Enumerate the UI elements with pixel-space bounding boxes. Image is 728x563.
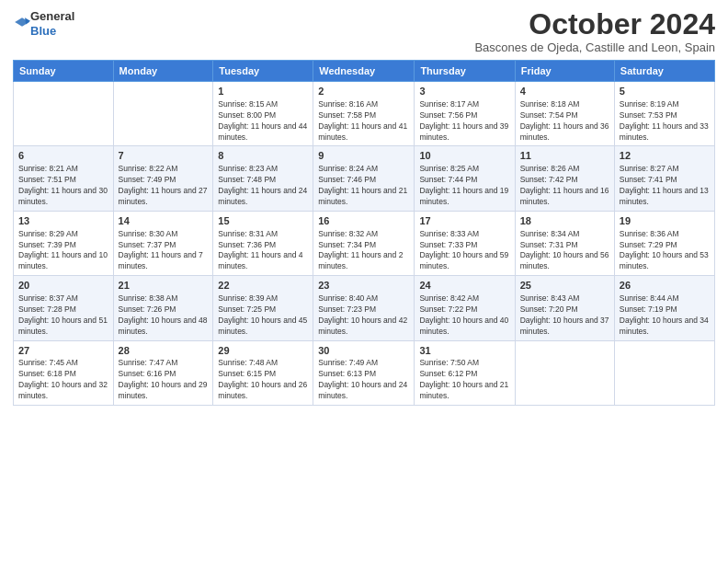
day-info: Sunrise: 8:34 AMSunset: 7:31 PMDaylight:… <box>520 229 609 273</box>
month-title: October 2024 <box>474 9 715 39</box>
day-info: Sunrise: 7:50 AMSunset: 6:12 PMDaylight:… <box>419 358 509 402</box>
day-info: Sunrise: 7:49 AMSunset: 6:13 PMDaylight:… <box>318 358 409 402</box>
calendar-cell: 10Sunrise: 8:25 AMSunset: 7:44 PMDayligh… <box>415 146 515 211</box>
calendar-cell: 1Sunrise: 8:15 AMSunset: 8:00 PMDaylight… <box>213 82 313 146</box>
calendar-cell: 19Sunrise: 8:36 AMSunset: 7:29 PMDayligh… <box>614 211 714 275</box>
calendar-cell: 30Sunrise: 7:49 AMSunset: 6:13 PMDayligh… <box>313 340 415 405</box>
day-number: 25 <box>520 279 609 293</box>
calendar-cell: 23Sunrise: 8:40 AMSunset: 7:23 PMDayligh… <box>313 276 415 340</box>
day-info: Sunrise: 8:39 AMSunset: 7:25 PMDaylight:… <box>218 293 308 338</box>
day-info: Sunrise: 8:18 AMSunset: 7:54 PMDaylight:… <box>520 99 609 144</box>
day-number: 1 <box>218 85 308 98</box>
calendar-cell: 25Sunrise: 8:43 AMSunset: 7:20 PMDayligh… <box>515 276 614 340</box>
calendar-cell: 16Sunrise: 8:32 AMSunset: 7:34 PMDayligh… <box>313 211 415 275</box>
day-number: 14 <box>119 214 209 228</box>
calendar-cell: 21Sunrise: 8:38 AMSunset: 7:26 PMDayligh… <box>113 276 213 340</box>
day-info: Sunrise: 8:15 AMSunset: 8:00 PMDaylight:… <box>218 99 308 144</box>
calendar-cell: 15Sunrise: 8:31 AMSunset: 7:36 PMDayligh… <box>213 211 313 275</box>
day-info: Sunrise: 8:37 AMSunset: 7:28 PMDaylight:… <box>18 293 108 338</box>
day-number: 7 <box>119 149 209 163</box>
day-header-monday: Monday <box>113 61 213 82</box>
day-number: 26 <box>620 279 710 293</box>
day-number: 10 <box>419 149 509 163</box>
day-number: 29 <box>218 344 308 358</box>
day-number: 19 <box>620 214 710 228</box>
logo-text: General Blue <box>30 9 74 38</box>
day-number: 11 <box>520 149 609 163</box>
calendar-cell: 27Sunrise: 7:45 AMSunset: 6:18 PMDayligh… <box>14 340 114 405</box>
calendar-cell <box>113 82 213 146</box>
calendar-cell: 7Sunrise: 8:22 AMSunset: 7:49 PMDaylight… <box>113 146 213 211</box>
page: General Blue October 2024 Bascones de Oj… <box>0 0 728 563</box>
calendar-cell: 6Sunrise: 8:21 AMSunset: 7:51 PMDaylight… <box>14 146 114 211</box>
day-info: Sunrise: 8:38 AMSunset: 7:26 PMDaylight:… <box>119 293 209 338</box>
day-number: 3 <box>419 85 509 98</box>
calendar-cell: 14Sunrise: 8:30 AMSunset: 7:37 PMDayligh… <box>113 211 213 275</box>
day-info: Sunrise: 8:29 AMSunset: 7:39 PMDaylight:… <box>18 229 108 273</box>
day-number: 31 <box>419 344 509 358</box>
day-number: 20 <box>18 279 108 293</box>
day-number: 23 <box>318 279 409 293</box>
day-info: Sunrise: 8:22 AMSunset: 7:49 PMDaylight:… <box>119 164 209 208</box>
calendar-cell: 2Sunrise: 8:16 AMSunset: 7:58 PMDaylight… <box>313 82 415 146</box>
day-number: 15 <box>218 214 308 228</box>
day-number: 5 <box>620 85 710 98</box>
calendar-table: SundayMondayTuesdayWednesdayThursdayFrid… <box>13 60 715 406</box>
day-header-wednesday: Wednesday <box>313 61 415 82</box>
calendar-week-row: 20Sunrise: 8:37 AMSunset: 7:28 PMDayligh… <box>14 276 715 340</box>
calendar-cell: 11Sunrise: 8:26 AMSunset: 7:42 PMDayligh… <box>515 146 614 211</box>
day-info: Sunrise: 7:45 AMSunset: 6:18 PMDaylight:… <box>18 358 108 402</box>
day-number: 6 <box>18 149 108 163</box>
day-number: 12 <box>620 149 710 163</box>
day-number: 18 <box>520 214 609 228</box>
day-number: 24 <box>419 279 509 293</box>
logo-general-text: General <box>30 9 74 23</box>
calendar-cell: 18Sunrise: 8:34 AMSunset: 7:31 PMDayligh… <box>515 211 614 275</box>
calendar-cell: 24Sunrise: 8:42 AMSunset: 7:22 PMDayligh… <box>415 276 515 340</box>
day-info: Sunrise: 8:26 AMSunset: 7:42 PMDaylight:… <box>520 164 609 208</box>
calendar-week-row: 13Sunrise: 8:29 AMSunset: 7:39 PMDayligh… <box>14 211 715 275</box>
calendar-cell: 20Sunrise: 8:37 AMSunset: 7:28 PMDayligh… <box>14 276 114 340</box>
logo: General Blue <box>13 9 74 38</box>
day-info: Sunrise: 7:48 AMSunset: 6:15 PMDaylight:… <box>218 358 308 402</box>
logo-blue-text: Blue <box>30 24 56 38</box>
calendar-header-row: SundayMondayTuesdayWednesdayThursdayFrid… <box>14 61 715 82</box>
calendar-cell: 8Sunrise: 8:23 AMSunset: 7:48 PMDaylight… <box>213 146 313 211</box>
day-info: Sunrise: 8:42 AMSunset: 7:22 PMDaylight:… <box>419 293 509 338</box>
day-number: 21 <box>119 279 209 293</box>
calendar-cell: 29Sunrise: 7:48 AMSunset: 6:15 PMDayligh… <box>213 340 313 405</box>
day-header-friday: Friday <box>515 61 614 82</box>
day-header-thursday: Thursday <box>415 61 515 82</box>
day-number: 28 <box>119 344 209 358</box>
title-section: October 2024 Bascones de Ojeda, Castille… <box>474 9 715 54</box>
day-number: 4 <box>520 85 609 98</box>
day-number: 9 <box>318 149 409 163</box>
calendar-cell: 12Sunrise: 8:27 AMSunset: 7:41 PMDayligh… <box>614 146 714 211</box>
day-info: Sunrise: 8:16 AMSunset: 7:58 PMDaylight:… <box>318 99 409 144</box>
day-info: Sunrise: 8:27 AMSunset: 7:41 PMDaylight:… <box>620 164 710 208</box>
day-info: Sunrise: 8:30 AMSunset: 7:37 PMDaylight:… <box>119 229 209 273</box>
day-info: Sunrise: 8:33 AMSunset: 7:33 PMDaylight:… <box>419 229 509 273</box>
calendar-cell: 31Sunrise: 7:50 AMSunset: 6:12 PMDayligh… <box>415 340 515 405</box>
day-info: Sunrise: 8:36 AMSunset: 7:29 PMDaylight:… <box>620 229 710 273</box>
calendar-cell: 3Sunrise: 8:17 AMSunset: 7:56 PMDaylight… <box>415 82 515 146</box>
day-info: Sunrise: 8:43 AMSunset: 7:20 PMDaylight:… <box>520 293 609 338</box>
day-header-sunday: Sunday <box>14 61 114 82</box>
calendar-cell <box>515 340 614 405</box>
day-number: 8 <box>218 149 308 163</box>
day-number: 16 <box>318 214 409 228</box>
day-number: 17 <box>419 214 509 228</box>
day-header-tuesday: Tuesday <box>213 61 313 82</box>
calendar-cell: 9Sunrise: 8:24 AMSunset: 7:46 PMDaylight… <box>313 146 415 211</box>
header: General Blue October 2024 Bascones de Oj… <box>13 9 715 54</box>
calendar-week-row: 6Sunrise: 8:21 AMSunset: 7:51 PMDaylight… <box>14 146 715 211</box>
calendar-cell: 26Sunrise: 8:44 AMSunset: 7:19 PMDayligh… <box>614 276 714 340</box>
calendar-cell: 17Sunrise: 8:33 AMSunset: 7:33 PMDayligh… <box>415 211 515 275</box>
day-info: Sunrise: 8:24 AMSunset: 7:46 PMDaylight:… <box>318 164 409 208</box>
day-info: Sunrise: 7:47 AMSunset: 6:16 PMDaylight:… <box>119 358 209 402</box>
day-number: 30 <box>318 344 409 358</box>
calendar-cell: 13Sunrise: 8:29 AMSunset: 7:39 PMDayligh… <box>14 211 114 275</box>
calendar-week-row: 1Sunrise: 8:15 AMSunset: 8:00 PMDaylight… <box>14 82 715 146</box>
day-number: 2 <box>318 85 409 98</box>
day-number: 13 <box>18 214 108 228</box>
